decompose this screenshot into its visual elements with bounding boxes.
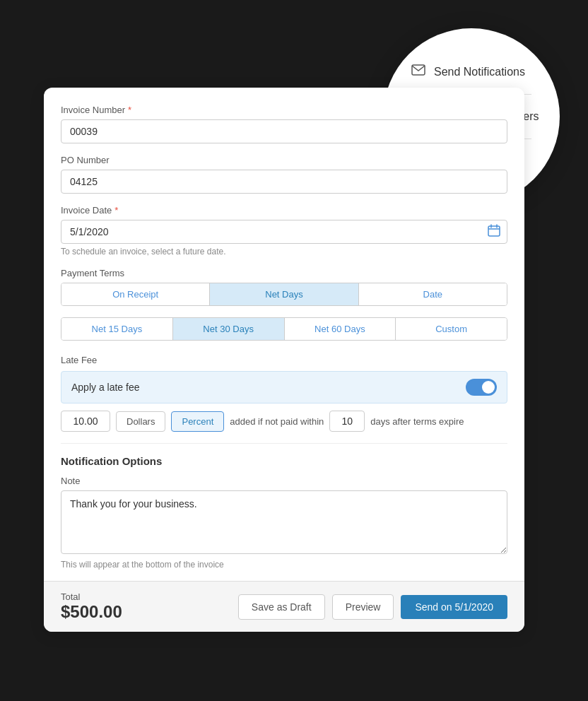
preview-button[interactable]: Preview — [332, 594, 394, 620]
payment-terms-label: Payment Terms — [61, 268, 507, 278]
late-fee-amount-input[interactable] — [61, 411, 110, 432]
required-star-date: * — [114, 205, 118, 216]
payment-terms-tabs: On Receipt Net Days Date — [61, 283, 507, 306]
total-label: Total — [61, 591, 122, 602]
note-textarea[interactable]: Thank you for your business. — [61, 490, 507, 554]
late-fee-label: Late Fee — [61, 355, 507, 365]
tab-net-15[interactable]: Net 15 Days — [61, 318, 173, 340]
invoice-date-group: Invoice Date * To schedule an invoice, s… — [61, 205, 507, 257]
section-divider — [61, 443, 507, 444]
po-number-label: PO Number — [61, 155, 507, 165]
tab-on-receipt[interactable]: On Receipt — [61, 283, 210, 305]
invoice-number-label: Invoice Number * — [61, 105, 507, 115]
send-notifications-item[interactable]: Send Notifications — [411, 64, 546, 80]
svg-rect-0 — [412, 65, 425, 75]
added-if-text: added if not paid within — [230, 416, 324, 427]
late-fee-toggle[interactable] — [466, 379, 497, 396]
tab-date[interactable]: Date — [359, 283, 507, 305]
invoice-date-input[interactable] — [61, 220, 507, 244]
date-hint: To schedule an invoice, select a future … — [61, 247, 507, 257]
invoice-number-group: Invoice Number * — [61, 105, 507, 143]
late-fee-toggle-label: Apply a late fee — [71, 382, 140, 393]
note-label: Note — [61, 476, 507, 486]
notification-section-title: Notification Options — [61, 455, 507, 467]
late-fee-section: Late Fee Apply a late fee Dollars Percen… — [61, 355, 507, 432]
invoice-date-label: Invoice Date * — [61, 205, 507, 216]
late-fee-toggle-row: Apply a late fee — [61, 371, 507, 403]
date-input-wrapper — [61, 220, 507, 244]
total-amount: $500.00 — [61, 602, 122, 622]
footer-actions: Save as Draft Preview Send on 5/1/2020 — [238, 594, 507, 620]
envelope-icon — [411, 64, 427, 80]
net-days-tabs: Net 15 Days Net 30 Days Net 60 Days Cust… — [61, 317, 507, 341]
svg-rect-6 — [488, 226, 500, 236]
toggle-slider — [466, 379, 497, 396]
send-notifications-label: Send Notifications — [434, 66, 525, 78]
tab-net-30[interactable]: Net 30 Days — [173, 318, 285, 340]
save-draft-button[interactable]: Save as Draft — [238, 594, 325, 620]
notification-options-section: Notification Options Note Thank you for … — [61, 455, 507, 570]
late-fee-inputs: Dollars Percent added if not paid within… — [61, 411, 507, 432]
tab-net-days[interactable]: Net Days — [210, 283, 358, 305]
percent-btn[interactable]: Percent — [171, 411, 224, 432]
po-number-input[interactable] — [61, 170, 507, 194]
send-button[interactable]: Send on 5/1/2020 — [401, 595, 507, 619]
po-number-group: PO Number — [61, 155, 507, 194]
days-suffix: days after terms expire — [370, 416, 464, 427]
invoice-form-card: Invoice Number * PO Number Invoice Date … — [44, 88, 524, 632]
footer-bar: Total $500.00 Save as Draft Preview Send… — [44, 581, 524, 632]
late-fee-days-input[interactable] — [329, 411, 365, 432]
dollars-btn[interactable]: Dollars — [116, 411, 165, 432]
note-hint: This will appear at the bottom of the in… — [61, 560, 507, 570]
tab-net-60[interactable]: Net 60 Days — [285, 318, 396, 340]
payment-terms-group: Payment Terms On Receipt Net Days Date — [61, 268, 507, 306]
tab-custom[interactable]: Custom — [396, 318, 507, 340]
total-section: Total $500.00 — [61, 591, 122, 622]
invoice-number-input[interactable] — [61, 119, 507, 143]
calendar-icon[interactable] — [488, 224, 500, 240]
required-star: * — [128, 105, 131, 115]
